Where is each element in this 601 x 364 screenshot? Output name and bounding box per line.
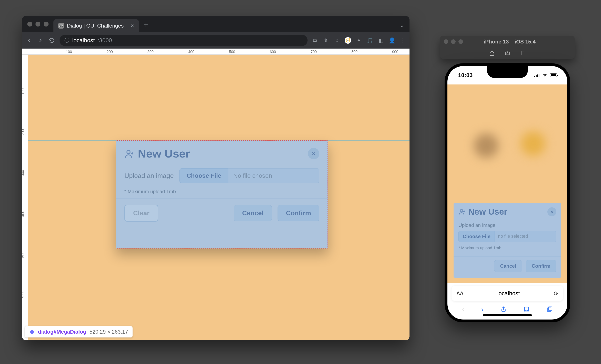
- maximize-window-icon[interactable]: [459, 39, 463, 44]
- dialog-title: New User: [468, 207, 507, 217]
- iphone-device: 10:03 New Us: [445, 63, 570, 322]
- safari-address-bar[interactable]: AA localhost ⟳: [451, 286, 563, 301]
- upload-hint: * Maximum upload 1mb: [459, 246, 556, 250]
- status-icons: [534, 73, 558, 77]
- reload-icon[interactable]: ⟳: [554, 290, 558, 297]
- address-bar: ⓘ localhost:3000 ⧉ ⇪ ☆ 🧭 ✦ 🎵 ◧ 👤 ⋮: [22, 32, 410, 49]
- ruler-tick: 900: [392, 50, 398, 54]
- file-picker: Choose File no file selected: [459, 231, 556, 242]
- confirm-button[interactable]: Confirm: [278, 205, 319, 221]
- tab-title: Dialog | GUI Challenges: [67, 23, 124, 29]
- ruler-tick: 200: [22, 128, 25, 136]
- sidepanel-icon[interactable]: ◧: [378, 37, 384, 44]
- url-host: localhost: [72, 37, 95, 44]
- svg-rect-7: [522, 51, 524, 55]
- close-dialog-button[interactable]: [547, 207, 556, 216]
- share-icon[interactable]: [501, 306, 507, 312]
- status-time: 10:03: [458, 72, 473, 79]
- upload-label: Upload an image: [124, 172, 174, 180]
- profile-icon[interactable]: 👤: [389, 37, 395, 44]
- text-size-icon[interactable]: AA: [456, 291, 463, 296]
- svg-rect-17: [547, 308, 551, 312]
- dialog-header: New User: [453, 203, 561, 221]
- file-status: no file selected: [495, 231, 556, 242]
- safari-url: localhost: [463, 290, 554, 297]
- blur-decoration: [521, 131, 545, 156]
- forward-icon[interactable]: ›: [481, 305, 483, 313]
- url-field[interactable]: ⓘ localhost:3000: [60, 35, 308, 46]
- bookmark-icon[interactable]: ☆: [334, 37, 340, 44]
- ruler-tick: 600: [22, 291, 25, 300]
- svg-point-0: [127, 150, 130, 154]
- site-info-icon[interactable]: ⓘ: [64, 37, 69, 44]
- devtools-element-badge: dialog#MegaDialog 520.29 × 263.17: [25, 326, 132, 337]
- ruler-tick: 200: [107, 50, 113, 54]
- dialog-title: New User: [138, 147, 190, 160]
- ruler-tick: 100: [22, 87, 25, 95]
- back-button[interactable]: [25, 37, 33, 44]
- svg-rect-3: [30, 332, 32, 334]
- add-user-icon: [459, 208, 466, 215]
- dialog-footer: Cancel Confirm: [453, 256, 561, 276]
- svg-rect-1: [30, 330, 32, 332]
- simulator-toolbar: [440, 47, 575, 59]
- menu-icon[interactable]: ⋮: [400, 37, 406, 44]
- horizontal-ruler: 100 200 300 400 500 600 700 800 900: [28, 49, 410, 55]
- ruler-tick: 500: [22, 251, 25, 259]
- home-indicator[interactable]: [483, 314, 532, 316]
- page-canvas: New User Upload an image Choose File No …: [28, 55, 410, 340]
- svg-rect-16: [548, 307, 552, 311]
- new-tab-button[interactable]: +: [144, 20, 148, 29]
- cancel-button[interactable]: Cancel: [494, 260, 522, 272]
- close-window-icon[interactable]: [444, 39, 448, 44]
- simulator-window-controls: [444, 39, 463, 44]
- iphone-screen: 10:03 New Us: [447, 66, 567, 320]
- browser-tab[interactable]: 🦝 Dialog | GUI Challenges ×: [53, 19, 139, 32]
- cancel-button[interactable]: Cancel: [234, 205, 272, 221]
- close-tab-icon[interactable]: ×: [130, 22, 134, 29]
- viewport: 100 200 300 400 500 600 700 800 900 100 …: [22, 49, 410, 340]
- share-icon[interactable]: ⇪: [323, 37, 329, 44]
- back-icon[interactable]: ‹: [462, 305, 464, 313]
- battery-icon: [550, 73, 558, 77]
- screenshot-icon[interactable]: [505, 51, 510, 56]
- mega-dialog-mobile: New User Upload an image Choose File no …: [453, 203, 561, 278]
- ruler-tick: 300: [148, 50, 154, 54]
- close-dialog-button[interactable]: [308, 148, 319, 159]
- chrome-window: 🦝 Dialog | GUI Challenges × + ⌄ ⓘ localh…: [22, 16, 410, 340]
- svg-rect-8: [534, 76, 535, 77]
- extension-icon[interactable]: 🧭: [345, 37, 351, 44]
- close-window-icon[interactable]: [27, 22, 32, 27]
- element-dimensions: 520.29 × 263.17: [90, 329, 128, 335]
- confirm-button[interactable]: Confirm: [526, 260, 556, 272]
- forward-button[interactable]: [37, 37, 44, 44]
- grid-icon: [29, 329, 35, 335]
- clear-button[interactable]: Clear: [124, 205, 158, 222]
- rotate-icon[interactable]: [520, 51, 526, 56]
- ruler-tick: 100: [66, 50, 72, 54]
- reload-button[interactable]: [48, 37, 55, 44]
- home-icon[interactable]: [489, 51, 495, 56]
- ruler-tick: 300: [22, 169, 25, 177]
- ruler-tick: 800: [351, 50, 358, 54]
- extensions-puzzle-icon[interactable]: ✦: [356, 37, 362, 44]
- minimize-window-icon[interactable]: [451, 39, 456, 44]
- media-icon[interactable]: 🎵: [367, 37, 373, 44]
- wifi-icon: [542, 73, 548, 77]
- choose-file-button[interactable]: Choose File: [459, 231, 495, 242]
- minimize-window-icon[interactable]: [35, 22, 40, 27]
- upload-hint: * Maximum upload 1mb: [124, 189, 319, 194]
- open-external-icon[interactable]: ⧉: [312, 37, 318, 44]
- tab-strip: 🦝 Dialog | GUI Challenges × + ⌄: [22, 16, 410, 32]
- ruler-tick: 700: [311, 50, 317, 54]
- tabs-dropdown-icon[interactable]: ⌄: [400, 22, 404, 28]
- simulator-titlebar: iPhone 13 – iOS 15.4: [440, 36, 575, 47]
- svg-rect-14: [557, 75, 558, 76]
- ruler-tick: 600: [270, 50, 276, 54]
- ruler-tick: 500: [229, 50, 235, 54]
- choose-file-button[interactable]: Choose File: [180, 168, 228, 183]
- element-selector: dialog#MegaDialog: [38, 329, 86, 335]
- tabs-icon[interactable]: [547, 306, 553, 312]
- bookmarks-icon[interactable]: [523, 306, 530, 312]
- maximize-window-icon[interactable]: [44, 22, 49, 27]
